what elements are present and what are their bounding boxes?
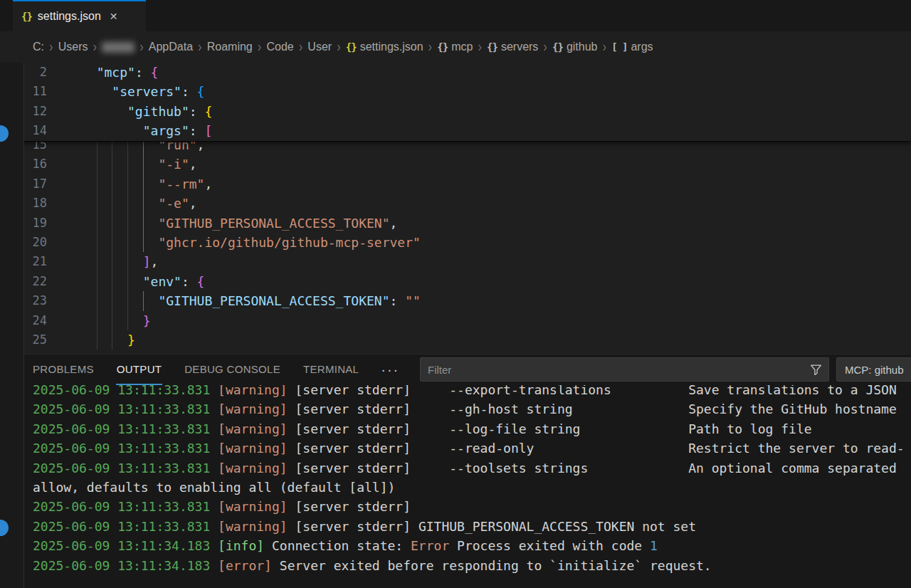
breadcrumb-item-code[interactable]: Code: [266, 41, 293, 53]
code-text: "GITHUB_PERSONAL_ACCESS_TOKEN": "": [81, 291, 421, 310]
braces-yellow-icon: {}: [346, 41, 357, 53]
code-text: "-e",: [81, 194, 197, 213]
code-text: "env": {: [81, 272, 204, 291]
breadcrumb-item-redacted-user[interactable]: [102, 42, 135, 53]
breadcrumb-label: Roaming: [207, 41, 253, 53]
log-line: 2025-06-09 13:11:33.831 [warning] [serve…: [0, 439, 911, 458]
code-line-23[interactable]: 23 "GITHUB_PERSONAL_ACCESS_TOKEN": "": [0, 291, 911, 310]
code-text: "servers": {: [81, 82, 204, 101]
code-text: }: [81, 330, 135, 350]
tab-settings-json[interactable]: {} settings.json ✕: [13, 0, 146, 31]
code-line-22[interactable]: 22 "env": {: [0, 272, 911, 291]
code-line-12[interactable]: 12 "github": {: [0, 102, 911, 121]
breadcrumb-label: mcp: [451, 41, 473, 53]
filter-funnel-icon: [810, 364, 822, 376]
breadcrumb-label: AppData: [149, 41, 193, 53]
breadcrumb-label: args: [631, 41, 653, 53]
breadcrumb-item-settings-json[interactable]: {}settings.json: [346, 41, 423, 53]
code-text: ],: [81, 252, 158, 271]
breadcrumb-label: github: [567, 41, 598, 53]
code-line-2[interactable]: 2 "mcp": {: [0, 63, 911, 82]
breadcrumb-item-user[interactable]: User: [307, 41, 332, 53]
log-line: 2025-06-09 13:11:33.831 [warning] [serve…: [0, 399, 911, 419]
output-log: 2025-06-09 13:11:33.831 [warning] [serve…: [0, 385, 911, 588]
code-line-19[interactable]: 19 "GITHUB_PERSONAL_ACCESS_TOKEN",: [0, 214, 911, 233]
json-braces-icon: {}: [21, 11, 32, 22]
log-line: 2025-06-09 13:11:34.183 [info] Connectio…: [0, 536, 911, 555]
breadcrumb-separator: ›: [139, 39, 144, 56]
breadcrumb-item-mcp[interactable]: {}mcp: [437, 41, 473, 53]
editor-tab-bar: {} settings.json ✕: [0, 0, 911, 31]
panel-header: PROBLEMSOUTPUTDEBUG CONSOLETERMINAL··· M…: [0, 355, 911, 385]
breadcrumb-item-roaming[interactable]: Roaming: [207, 41, 253, 53]
code-line-17[interactable]: 17 "--rm",: [0, 174, 911, 194]
redacted-username: [102, 42, 135, 53]
breadcrumb-separator: ›: [543, 39, 547, 56]
breadcrumb-label: settings.json: [360, 41, 423, 53]
sticky-scroll: 2 "mcp": {11 "servers": {12 "github": {1…: [0, 63, 911, 142]
code-line-24[interactable]: 24 }: [0, 311, 911, 330]
breadcrumb-item-users[interactable]: Users: [58, 41, 88, 53]
code-line-11[interactable]: 11 "servers": {: [0, 82, 911, 101]
breadcrumb-item-c-[interactable]: C:: [33, 41, 44, 53]
panel-tab-debug-console[interactable]: DEBUG CONSOLE: [184, 355, 281, 385]
code-text: "args": [: [81, 121, 212, 140]
log-line: 2025-06-09 13:11:33.831 [warning] [serve…: [0, 517, 911, 536]
panel-tab-problems[interactable]: PROBLEMS: [32, 355, 95, 385]
code-text: "-i",: [81, 154, 197, 174]
breadcrumb-label: Code: [266, 41, 293, 53]
log-line: 2025-06-09 13:11:33.831 [warning] [serve…: [0, 458, 911, 478]
code-line-25[interactable]: 25 }: [0, 330, 911, 350]
output-filter-box: [420, 357, 829, 382]
left-edge-strip: [0, 63, 24, 588]
breadcrumb-item-appdata[interactable]: AppData: [149, 41, 193, 53]
breadcrumb-separator: ›: [428, 39, 433, 56]
more-actions-icon[interactable]: ···: [381, 355, 399, 385]
braces-grey-icon: {}: [437, 41, 448, 53]
brackets-grey-icon: [ ]: [611, 41, 627, 53]
log-line: 2025-06-09 13:11:34.183 [error] Server e…: [0, 556, 911, 575]
tab-title: settings.json: [38, 10, 101, 23]
code-text: "mcp": {: [81, 63, 158, 82]
panel-tab-output[interactable]: OUTPUT: [116, 355, 162, 385]
log-line: 2025-06-09 13:11:33.831 [warning] [serve…: [0, 419, 911, 439]
bottom-panel: PROBLEMSOUTPUTDEBUG CONSOLETERMINAL··· M…: [0, 354, 911, 588]
breadcrumb-label: C:: [33, 41, 44, 53]
editor-code-lines: 15 "run",16 "-i",17 "--rm",18 "-e",19 "G…: [0, 135, 911, 350]
code-line-14[interactable]: 14 "args": [: [0, 121, 911, 140]
breadcrumb-separator: ›: [478, 39, 482, 56]
code-text: }: [81, 311, 151, 330]
editor: 15 "run",16 "-i",17 "--rm",18 "-e",19 "G…: [0, 63, 911, 354]
breadcrumb-label: servers: [501, 41, 538, 53]
code-line-20[interactable]: 20 "ghcr.io/github/github-mcp-server": [0, 233, 911, 252]
breadcrumb-separator: ›: [337, 39, 341, 56]
panel-tab-terminal[interactable]: TERMINAL: [302, 355, 359, 385]
braces-grey-icon: {}: [487, 41, 497, 53]
output-channel-dropdown[interactable]: MCP: github: [836, 357, 911, 382]
breadcrumb-item-args[interactable]: [ ]args: [611, 41, 653, 53]
breadcrumb: C:›Users››AppData›Roaming›Code›User›{}se…: [0, 31, 911, 63]
code-text: "github": {: [81, 102, 212, 121]
code-line-18[interactable]: 18 "-e",: [0, 194, 911, 213]
braces-grey-icon: {}: [552, 41, 563, 53]
panel-tabs: PROBLEMSOUTPUTDEBUG CONSOLETERMINAL···: [32, 355, 399, 385]
log-line: 2025-06-09 13:11:33.831 [warning] [serve…: [0, 497, 911, 516]
breadcrumb-separator: ›: [602, 39, 606, 56]
breadcrumb-separator: ›: [93, 39, 97, 56]
code-line-16[interactable]: 16 "-i",: [0, 154, 911, 174]
code-line-21[interactable]: 21 ],: [0, 252, 911, 271]
filter-input[interactable]: [421, 364, 810, 376]
breadcrumb-item-servers[interactable]: {}servers: [487, 41, 538, 53]
code-text: "--rm",: [81, 174, 212, 194]
code-text: "ghcr.io/github/github-mcp-server": [81, 233, 421, 252]
log-line: allow, defaults to enabling all (default…: [0, 478, 911, 497]
breadcrumb-label: Users: [58, 41, 88, 53]
breadcrumb-label: User: [307, 41, 332, 53]
breadcrumb-separator: ›: [49, 39, 53, 56]
close-tab-icon[interactable]: ✕: [110, 11, 118, 22]
breadcrumb-separator: ›: [198, 39, 202, 56]
vscode-window: {} settings.json ✕ C:›Users››AppData›Roa…: [0, 0, 911, 588]
breadcrumb-separator: ›: [258, 39, 262, 56]
breadcrumb-item-github[interactable]: {}github: [552, 41, 597, 53]
code-text: "GITHUB_PERSONAL_ACCESS_TOKEN",: [81, 214, 397, 233]
